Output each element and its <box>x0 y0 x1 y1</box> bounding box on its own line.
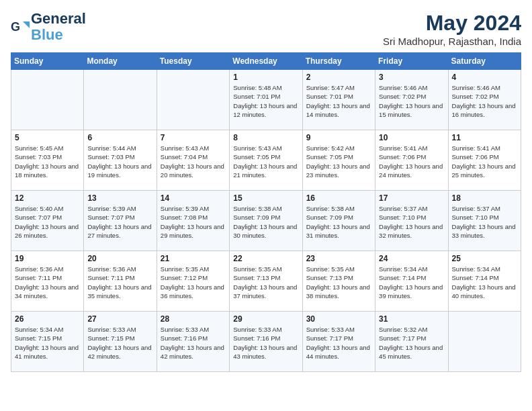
cell-info: Sunrise: 5:45 AM Sunset: 7:03 PM Dayligh… <box>15 144 80 179</box>
day-number: 1 <box>233 73 298 82</box>
cell-info: Sunrise: 5:34 AM Sunset: 7:15 PM Dayligh… <box>15 325 80 361</box>
calendar-week-4: 19Sunrise: 5:36 AM Sunset: 7:11 PM Dayli… <box>11 251 521 312</box>
cell-info: Sunrise: 5:34 AM Sunset: 7:14 PM Dayligh… <box>452 265 517 300</box>
calendar-cell: 26Sunrise: 5:34 AM Sunset: 7:15 PM Dayli… <box>11 312 84 372</box>
day-number: 2 <box>306 73 371 82</box>
calendar-week-5: 26Sunrise: 5:34 AM Sunset: 7:15 PM Dayli… <box>11 312 521 372</box>
day-number: 12 <box>15 193 80 203</box>
logo-line1: General <box>31 11 86 27</box>
day-number: 14 <box>161 193 226 203</box>
calendar-cell <box>157 70 229 130</box>
calendar-cell: 16Sunrise: 5:38 AM Sunset: 7:09 PM Dayli… <box>302 191 375 251</box>
calendar-cell: 14Sunrise: 5:39 AM Sunset: 7:08 PM Dayli… <box>157 191 229 251</box>
calendar-cell <box>448 312 521 372</box>
day-number: 15 <box>233 193 298 203</box>
calendar-cell: 20Sunrise: 5:36 AM Sunset: 7:11 PM Dayli… <box>84 251 157 312</box>
title-area: May 2024 Sri Madhopur, Rajasthan, India <box>383 11 521 47</box>
day-number: 30 <box>306 314 371 324</box>
calendar-cell: 27Sunrise: 5:33 AM Sunset: 7:15 PM Dayli… <box>84 312 157 372</box>
calendar-cell: 23Sunrise: 5:35 AM Sunset: 7:13 PM Dayli… <box>302 251 375 312</box>
cell-info: Sunrise: 5:39 AM Sunset: 7:08 PM Dayligh… <box>161 204 226 240</box>
cell-info: Sunrise: 5:47 AM Sunset: 7:01 PM Dayligh… <box>306 83 371 119</box>
cell-info: Sunrise: 5:48 AM Sunset: 7:01 PM Dayligh… <box>233 83 298 119</box>
cell-info: Sunrise: 5:34 AM Sunset: 7:14 PM Dayligh… <box>379 265 444 300</box>
day-number: 3 <box>379 73 444 82</box>
calendar-cell: 31Sunrise: 5:32 AM Sunset: 7:17 PM Dayli… <box>375 312 448 372</box>
logo: G General Blue <box>11 11 86 43</box>
day-number: 27 <box>87 314 152 324</box>
cell-info: Sunrise: 5:43 AM Sunset: 7:05 PM Dayligh… <box>233 144 298 179</box>
day-number: 5 <box>15 133 80 142</box>
calendar-week-1: 1Sunrise: 5:48 AM Sunset: 7:01 PM Daylig… <box>11 70 521 130</box>
calendar-cell: 25Sunrise: 5:34 AM Sunset: 7:14 PM Dayli… <box>448 251 521 312</box>
cell-info: Sunrise: 5:43 AM Sunset: 7:04 PM Dayligh… <box>161 144 226 179</box>
calendar-cell: 2Sunrise: 5:47 AM Sunset: 7:01 PM Daylig… <box>302 70 375 130</box>
weekday-header-friday: Friday <box>375 53 448 70</box>
cell-info: Sunrise: 5:41 AM Sunset: 7:06 PM Dayligh… <box>452 144 517 179</box>
day-number: 20 <box>87 254 152 263</box>
calendar-week-3: 12Sunrise: 5:40 AM Sunset: 7:07 PM Dayli… <box>11 191 521 251</box>
svg-marker-1 <box>23 21 30 28</box>
cell-info: Sunrise: 5:33 AM Sunset: 7:16 PM Dayligh… <box>161 325 226 361</box>
calendar-cell: 5Sunrise: 5:45 AM Sunset: 7:03 PM Daylig… <box>11 130 84 191</box>
cell-info: Sunrise: 5:38 AM Sunset: 7:09 PM Dayligh… <box>233 204 298 240</box>
cell-info: Sunrise: 5:44 AM Sunset: 7:03 PM Dayligh… <box>87 144 152 179</box>
calendar-cell <box>11 70 84 130</box>
day-number: 11 <box>452 133 517 142</box>
calendar-cell: 1Sunrise: 5:48 AM Sunset: 7:01 PM Daylig… <box>230 70 302 130</box>
calendar-cell: 12Sunrise: 5:40 AM Sunset: 7:07 PM Dayli… <box>11 191 84 251</box>
calendar-cell <box>84 70 157 130</box>
cell-info: Sunrise: 5:40 AM Sunset: 7:07 PM Dayligh… <box>15 204 80 240</box>
weekday-header-wednesday: Wednesday <box>230 53 302 70</box>
calendar-cell: 18Sunrise: 5:37 AM Sunset: 7:10 PM Dayli… <box>448 191 521 251</box>
logo-icon: G <box>11 17 30 36</box>
day-number: 25 <box>452 254 517 263</box>
weekday-header-sunday: Sunday <box>11 53 84 70</box>
cell-info: Sunrise: 5:41 AM Sunset: 7:06 PM Dayligh… <box>379 144 444 179</box>
cell-info: Sunrise: 5:42 AM Sunset: 7:05 PM Dayligh… <box>306 144 371 179</box>
calendar-body: 1Sunrise: 5:48 AM Sunset: 7:01 PM Daylig… <box>11 70 521 372</box>
svg-text:G: G <box>11 20 20 34</box>
cell-info: Sunrise: 5:37 AM Sunset: 7:10 PM Dayligh… <box>379 204 444 240</box>
cell-info: Sunrise: 5:37 AM Sunset: 7:10 PM Dayligh… <box>452 204 517 240</box>
day-number: 18 <box>452 193 517 203</box>
calendar-cell: 8Sunrise: 5:43 AM Sunset: 7:05 PM Daylig… <box>230 130 302 191</box>
cell-info: Sunrise: 5:36 AM Sunset: 7:11 PM Dayligh… <box>87 265 152 300</box>
day-number: 29 <box>233 314 298 324</box>
cell-info: Sunrise: 5:33 AM Sunset: 7:17 PM Dayligh… <box>306 325 371 361</box>
weekday-header-tuesday: Tuesday <box>157 53 229 70</box>
weekday-header-thursday: Thursday <box>302 53 375 70</box>
cell-info: Sunrise: 5:33 AM Sunset: 7:16 PM Dayligh… <box>233 325 298 361</box>
cell-info: Sunrise: 5:35 AM Sunset: 7:12 PM Dayligh… <box>161 265 226 300</box>
day-number: 31 <box>379 314 444 324</box>
header: G General Blue May 2024 Sri Madhopur, Ra… <box>11 11 521 47</box>
day-number: 22 <box>233 254 298 263</box>
cell-info: Sunrise: 5:35 AM Sunset: 7:13 PM Dayligh… <box>306 265 371 300</box>
day-number: 9 <box>306 133 371 142</box>
logo-line2: Blue <box>31 26 63 43</box>
cell-info: Sunrise: 5:39 AM Sunset: 7:07 PM Dayligh… <box>87 204 152 240</box>
weekday-header-row: SundayMondayTuesdayWednesdayThursdayFrid… <box>11 53 521 70</box>
calendar-cell: 13Sunrise: 5:39 AM Sunset: 7:07 PM Dayli… <box>84 191 157 251</box>
day-number: 23 <box>306 254 371 263</box>
location: Sri Madhopur, Rajasthan, India <box>383 36 521 47</box>
day-number: 8 <box>233 133 298 142</box>
calendar-cell: 30Sunrise: 5:33 AM Sunset: 7:17 PM Dayli… <box>302 312 375 372</box>
calendar-cell: 3Sunrise: 5:46 AM Sunset: 7:02 PM Daylig… <box>375 70 448 130</box>
cell-info: Sunrise: 5:36 AM Sunset: 7:11 PM Dayligh… <box>15 265 80 300</box>
day-number: 17 <box>379 193 444 203</box>
day-number: 4 <box>452 73 517 82</box>
logo-text: General Blue <box>31 11 86 43</box>
day-number: 21 <box>161 254 226 263</box>
calendar-cell: 24Sunrise: 5:34 AM Sunset: 7:14 PM Dayli… <box>375 251 448 312</box>
cell-info: Sunrise: 5:32 AM Sunset: 7:17 PM Dayligh… <box>379 325 444 361</box>
day-number: 16 <box>306 193 371 203</box>
calendar-cell: 4Sunrise: 5:46 AM Sunset: 7:02 PM Daylig… <box>448 70 521 130</box>
calendar-cell: 17Sunrise: 5:37 AM Sunset: 7:10 PM Dayli… <box>375 191 448 251</box>
calendar-cell: 22Sunrise: 5:35 AM Sunset: 7:13 PM Dayli… <box>230 251 302 312</box>
cell-info: Sunrise: 5:35 AM Sunset: 7:13 PM Dayligh… <box>233 265 298 300</box>
day-number: 6 <box>87 133 152 142</box>
calendar-cell: 15Sunrise: 5:38 AM Sunset: 7:09 PM Dayli… <box>230 191 302 251</box>
calendar-cell: 6Sunrise: 5:44 AM Sunset: 7:03 PM Daylig… <box>84 130 157 191</box>
day-number: 28 <box>161 314 226 324</box>
